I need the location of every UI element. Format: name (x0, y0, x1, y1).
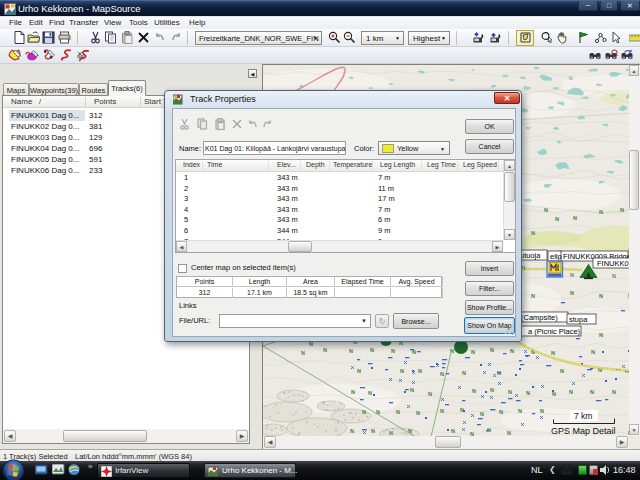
svg-text:7 km: 7 km (574, 411, 592, 421)
svg-text:a (Picnic Place): a (Picnic Place) (528, 327, 581, 336)
svg-text:N: N (560, 368, 564, 374)
svg-text:N: N (472, 388, 476, 394)
svg-text:N: N (440, 371, 444, 377)
svg-text:N: N (590, 389, 594, 395)
svg-text:N: N (349, 348, 353, 354)
svg-text:N: N (573, 215, 577, 221)
svg-text:N: N (376, 409, 380, 415)
svg-text:N: N (371, 428, 375, 434)
svg-text:N: N (368, 390, 372, 396)
svg-text:N: N (351, 389, 355, 395)
svg-text:N: N (531, 293, 535, 299)
svg-text:utuoja: utuoja (520, 251, 541, 260)
svg-text:N: N (451, 428, 455, 434)
svg-text:N: N (544, 207, 548, 213)
svg-text:N: N (418, 368, 422, 374)
svg-text:N: N (350, 428, 354, 434)
svg-text:N: N (480, 411, 484, 417)
svg-text:N: N (462, 370, 466, 376)
svg-text:N: N (471, 349, 475, 355)
svg-text:N: N (620, 207, 624, 213)
svg-text:N: N (416, 410, 420, 416)
svg-text:N: N (591, 349, 595, 355)
svg-text:elip: elip (550, 252, 562, 261)
svg-text:N: N (490, 347, 494, 353)
svg-text:N: N (408, 428, 412, 434)
svg-text:N: N (428, 391, 432, 397)
svg-text:stupa: stupa (569, 315, 588, 324)
svg-text:N: N (510, 348, 514, 354)
svg-text:N: N (323, 347, 327, 353)
svg-text:N: N (400, 368, 404, 374)
svg-text:N: N (599, 209, 603, 215)
svg-text:GPS Map Detail: GPS Map Detail (551, 426, 616, 436)
svg-text:N: N (599, 293, 603, 299)
svg-text:N: N (531, 230, 535, 236)
svg-text:N: N (396, 409, 400, 415)
svg-text:N: N (499, 409, 503, 415)
svg-text:N: N (551, 350, 555, 356)
svg-text:N: N (370, 347, 374, 353)
svg-text:N: N (526, 390, 530, 396)
svg-text:N: N (410, 387, 414, 393)
svg-text:N: N (612, 389, 616, 395)
svg-text:N: N (570, 290, 574, 296)
svg-text:N: N (555, 216, 559, 222)
svg-text:N: N (570, 272, 574, 278)
svg-text:N: N (362, 409, 366, 415)
svg-text:N: N (301, 350, 305, 356)
svg-text:N: N (440, 408, 444, 414)
svg-text:N: N (612, 273, 616, 279)
svg-text:N: N (357, 368, 361, 374)
svg-text:N: N (391, 348, 395, 354)
svg-text:N: N (490, 387, 494, 393)
svg-text:N: N (569, 389, 573, 395)
svg-text:N: N (599, 332, 603, 338)
svg-text:N: N (450, 348, 454, 354)
svg-text:N: N (518, 408, 522, 414)
svg-text:N: N (540, 408, 544, 414)
svg-text:(Campsite): (Campsite) (521, 313, 558, 322)
svg-text:N: N (508, 389, 512, 395)
